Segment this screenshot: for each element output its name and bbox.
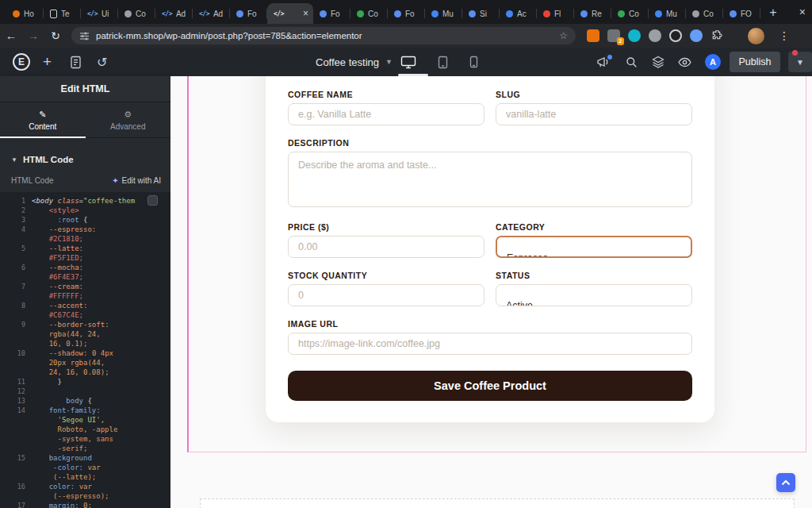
panel-title: Edit HTML <box>0 76 170 102</box>
site-favicon <box>543 10 550 17</box>
elementor-panel: Edit HTML ✎ Content ⚙ Advanced ▼ HTML Co… <box>0 76 170 508</box>
browser-menu-icon[interactable]: ⋮ <box>779 29 790 42</box>
site-favicon <box>580 10 588 17</box>
browser-tab[interactable]: Ac <box>500 3 537 24</box>
browser-tab[interactable]: Fo <box>230 3 267 24</box>
publish-notification-dot <box>792 50 798 56</box>
browser-tab[interactable]: Re <box>574 3 611 24</box>
code-line: -color: var <box>0 463 170 472</box>
tab-title: Fo <box>331 10 340 18</box>
editor-resize-icon[interactable] <box>147 195 158 206</box>
browser-tab[interactable]: </>Ui <box>81 3 118 24</box>
code-line: 16 color: var <box>0 482 170 491</box>
browser-tab[interactable]: Fo <box>313 3 350 24</box>
bookmark-star-icon[interactable]: ☆ <box>559 30 568 41</box>
price-input[interactable] <box>288 236 485 258</box>
elementor-logo-letter: E <box>18 56 25 67</box>
new-tab-button[interactable]: + <box>764 3 783 22</box>
extension-icon-dark[interactable] <box>669 29 682 42</box>
elementor-top-bar: E + ↺ Coffee testing ▼ <box>0 48 812 76</box>
browser-tab[interactable]: Si <box>462 3 500 24</box>
tab-advanced[interactable]: ⚙ Advanced <box>86 102 171 137</box>
tab-advanced-label: Advanced <box>110 122 145 131</box>
tab-content-label: Content <box>29 122 56 131</box>
chevron-up-icon <box>781 479 791 486</box>
extension-icon-gray[interactable] <box>649 29 661 42</box>
forward-icon[interactable]: → <box>22 29 44 42</box>
code-line: 20px rgba(44, <box>0 358 170 368</box>
scroll-to-top-button[interactable] <box>776 473 795 492</box>
structure-layers-icon[interactable] <box>652 48 665 76</box>
section-html-code[interactable]: ▼ HTML Code <box>0 149 170 170</box>
browser-tab[interactable]: Mu <box>649 3 686 24</box>
extension-icon-blue[interactable] <box>690 29 703 42</box>
page-settings-icon[interactable] <box>70 48 82 76</box>
browser-tab[interactable]: Te <box>44 3 81 24</box>
browser-tab[interactable]: Ho <box>6 3 44 24</box>
browser-tab[interactable]: Co <box>350 3 388 24</box>
code-line: -system, sans <box>0 434 170 444</box>
publish-button[interactable]: Publish <box>730 52 780 72</box>
site-settings-icon[interactable] <box>79 31 90 41</box>
extension-icon-teal[interactable] <box>628 29 641 42</box>
whats-new-icon[interactable] <box>596 48 610 76</box>
line-number <box>0 415 32 425</box>
preview-eye-icon[interactable] <box>678 48 691 76</box>
browser-tab[interactable]: </>Ad <box>155 3 193 24</box>
browser-tab[interactable]: Fl <box>537 3 574 24</box>
category-value: Espresso <box>507 252 548 258</box>
code-line: #C67C4E; <box>0 310 170 320</box>
device-mobile-button[interactable] <box>469 48 478 76</box>
tab-close-icon[interactable]: × <box>303 8 308 19</box>
device-desktop-button[interactable] <box>400 48 416 76</box>
line-number: 11 <box>0 377 32 387</box>
device-tablet-button[interactable] <box>438 48 448 76</box>
code-line: 8 --accent: <box>0 301 170 310</box>
browser-tab[interactable]: </>Ad <box>193 3 230 24</box>
extension-icon-orange[interactable] <box>587 29 599 42</box>
browser-tab[interactable]: Co <box>611 3 649 24</box>
window-close-icon[interactable]: × <box>799 6 806 18</box>
browser-tab[interactable]: </>× <box>267 3 313 24</box>
category-select[interactable]: Espresso <box>496 236 692 258</box>
browser-tab[interactable]: Mu <box>425 3 462 24</box>
address-bar[interactable]: patrick-mm.shop/wp-admin/post.php?post=7… <box>71 27 576 44</box>
user-avatar[interactable]: A <box>705 54 721 70</box>
code-editor[interactable]: 1<body class="coffee-them2 <style>3 :roo… <box>0 192 170 508</box>
tab-title: FO <box>741 10 752 18</box>
code-line: 17 margin: 0; <box>0 501 170 508</box>
puzzle-icon[interactable] <box>710 30 722 42</box>
stock-input[interactable] <box>288 284 485 306</box>
history-icon[interactable]: ↺ <box>97 48 107 76</box>
code-line: 14 font-family: <box>0 406 170 415</box>
browser-tab[interactable]: Co <box>686 3 723 24</box>
slug-input[interactable] <box>496 103 692 125</box>
panel-tabs: ✎ Content ⚙ Advanced <box>0 102 170 138</box>
field-image-url: IMAGE URL <box>288 319 692 355</box>
pencil-icon: ✎ <box>39 110 46 120</box>
save-coffee-product-button[interactable]: Save Coffee Product <box>288 371 692 401</box>
extension-icon-badged[interactable]: 2 <box>607 29 620 42</box>
publish-options-button[interactable]: ▼ <box>788 52 812 72</box>
code-line: 16, 0.1); <box>0 339 170 348</box>
status-select[interactable]: Active <box>496 284 692 306</box>
elementor-logo[interactable]: E <box>13 53 30 71</box>
empty-section-placeholder[interactable] <box>200 498 795 508</box>
tab-strip: HoTe</>UiCo</>Ad</>AdFo</>×FoCoFoMuSiAcF… <box>0 0 760 24</box>
reload-icon[interactable]: ↻ <box>44 29 67 42</box>
browser-tab[interactable]: FO <box>723 3 760 24</box>
code-line: #6F4E37; <box>0 272 170 282</box>
description-textarea[interactable] <box>288 152 692 207</box>
document-switcher[interactable]: Coffee testing ▼ <box>316 48 393 76</box>
image-url-input[interactable] <box>288 333 692 355</box>
browser-profile-avatar[interactable] <box>748 28 764 44</box>
browser-tab[interactable]: Co <box>118 3 155 24</box>
edit-with-ai-button[interactable]: ✦ Edit with AI <box>112 176 161 185</box>
coffee-name-input[interactable] <box>288 103 485 125</box>
tab-content[interactable]: ✎ Content <box>0 102 86 137</box>
back-icon[interactable]: ← <box>0 29 22 42</box>
line-number: 7 <box>0 282 32 291</box>
browser-tab[interactable]: Fo <box>388 3 425 24</box>
finder-search-icon[interactable] <box>626 48 638 76</box>
add-element-icon[interactable]: + <box>43 48 52 76</box>
